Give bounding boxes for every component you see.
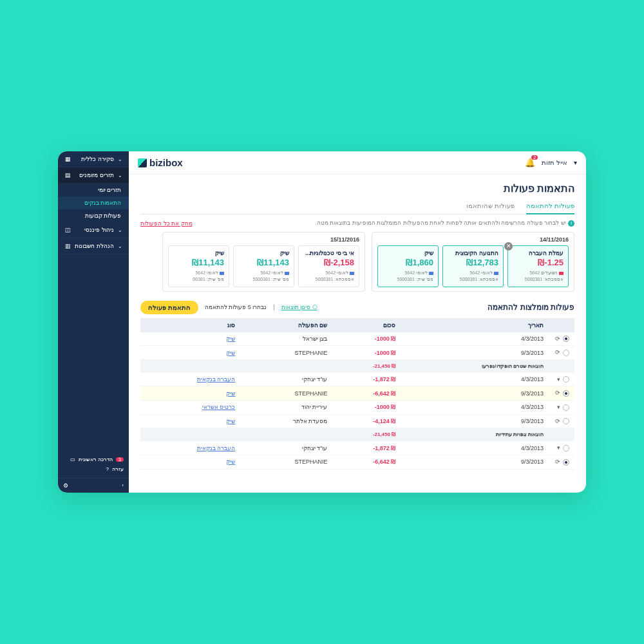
th-amount: סכום — [333, 318, 401, 332]
tab[interactable]: פעולות שהותאמו — [466, 198, 515, 214]
transaction-card[interactable]: שיק₪11,143לאומי 5642מס' שיק: 00381 — [168, 245, 229, 287]
card-title: אי בי סי טכנולוגיות... — [303, 250, 354, 256]
card-amount: ₪-1.25 — [513, 258, 564, 267]
chevron-down-icon: ⌄ — [118, 156, 122, 162]
type-link[interactable]: שיק — [226, 390, 235, 397]
sidebar-item[interactable]: ⌄סקירה כללית▦ — [58, 151, 129, 167]
row-checkbox[interactable] — [563, 376, 569, 383]
type-link[interactable]: שיק — [226, 336, 235, 342]
card-meta: לאומי 5642מס' שיק: 00381 — [173, 270, 224, 283]
row-type-icon: ▾ — [557, 444, 560, 451]
table-row: ▾4/3/2013-1,872 ₪עו"ד יצחקיהעברה בנקאית — [140, 372, 574, 386]
sidebar-item[interactable]: ⌄הנהלת חשבונות▥ — [58, 238, 129, 254]
row-checkbox[interactable] — [563, 350, 569, 356]
sidebar-item[interactable]: ⌄תזרים מזומנים▤ — [58, 167, 129, 184]
card-meta: לאומי 5642אסמכתא: 5000381 — [303, 270, 354, 283]
group-date: 15/11/2016 — [168, 236, 359, 243]
row-type-icon: ⟳ — [555, 459, 560, 465]
bank-dot-icon — [285, 272, 289, 275]
transaction-card[interactable]: שיק₪11,143לאומי 5642מס' שיק: 5000381 — [233, 245, 294, 287]
type-link[interactable]: שיק — [226, 459, 235, 465]
date-group: 14/11/2016✕עמלת העברה₪-1.25הפועלים 5642א… — [372, 232, 574, 292]
main-panel: ▾ אייל חזות 🔔2 bizibox התאמות פעולות פעו… — [129, 151, 586, 493]
table-row: הוצאות צפויות עתידיות-21,450 ₪ — [140, 428, 574, 441]
th-date: תאריך — [401, 318, 549, 332]
type-link[interactable]: שיק — [226, 418, 235, 424]
card-title: שיק — [383, 250, 433, 256]
group-date: 14/11/2016 — [377, 236, 569, 243]
cards-row: 14/11/2016✕עמלת העברה₪-1.25הפועלים 5642א… — [140, 232, 574, 292]
nav-icon: ▤ — [64, 172, 71, 178]
row-type-icon: ▾ — [557, 404, 560, 410]
delete-all-link[interactable]: מחק את כל הפעולות — [140, 220, 193, 227]
app-window: ▾ אייל חזות 🔔2 bizibox התאמות פעולות פעו… — [58, 151, 586, 493]
type-link[interactable]: כרטיס אשראי — [202, 404, 236, 410]
help-link[interactable]: עזרה? — [63, 464, 124, 474]
bank-dot-icon — [350, 272, 354, 275]
topbar: ▾ אייל חזות 🔔2 bizibox — [129, 151, 586, 175]
filter-link[interactable]: ⎔ סינון תוצאות — [281, 304, 317, 310]
table-row: ⟳9/3/2013-4,124 ₪מסעדת אלתרשיק — [140, 414, 574, 428]
logo-mark-icon — [138, 158, 147, 167]
guide-link[interactable]: 3הדרכה ראשונית▭ — [63, 455, 124, 464]
row-checkbox[interactable] — [563, 445, 569, 451]
bell-icon[interactable]: 🔔2 — [525, 158, 535, 167]
table-row: ⟳4/3/2013-1000 ₪בצן ישראלשיק — [140, 332, 574, 346]
table-row: ⟳9/3/2013-1000 ₪STEPHANIEשיק — [140, 346, 574, 360]
chevron-left-icon[interactable]: › — [122, 482, 124, 489]
sidebar: ⌄סקירה כללית▦⌄תזרים מזומנים▤תזרים יומיהת… — [58, 151, 129, 493]
date-group: 15/11/2016אי בי סי טכנולוגיות...₪-2,158ל… — [162, 232, 365, 292]
book-icon: ▭ — [70, 457, 75, 462]
row-checkbox[interactable] — [563, 418, 569, 424]
card-title: עמלת העברה — [513, 250, 564, 256]
card-amount: ₪11,143 — [238, 258, 289, 267]
chevron-down-icon: ⌄ — [118, 227, 122, 233]
sidebar-subitem[interactable]: התאמות בנקים — [58, 196, 129, 209]
row-checkbox[interactable] — [563, 390, 569, 397]
tabs: פעולות להתאמהפעולות שהותאמו — [140, 198, 574, 214]
type-link[interactable]: העברה בנקאית — [197, 445, 236, 451]
nav-icon: ▥ — [64, 243, 71, 249]
card-title: שיק — [173, 250, 224, 256]
transaction-card[interactable]: התנועה הקיבוצית₪12,783לאומי 5642אסמכתא: … — [442, 245, 504, 287]
sidebar-subitem[interactable]: פעולות קבועות — [58, 209, 129, 222]
card-meta: לאומי 5642אסמכתא: 5000381 — [448, 270, 498, 283]
row-type-icon: ⟳ — [555, 390, 560, 396]
tab[interactable]: פעולות להתאמה — [526, 198, 574, 214]
table-row: ⟳9/3/2013-6,642 ₪STEPHANIEשיק — [140, 386, 574, 401]
gear-icon[interactable]: ⚙ — [63, 482, 68, 489]
transaction-card[interactable]: ✕עמלת העברה₪-1.25הפועלים 5642אסמכתא: 500… — [507, 245, 569, 287]
notif-badge: 2 — [531, 155, 538, 160]
caret-down-icon: ▾ — [574, 159, 577, 166]
nav-icon: ▦ — [64, 156, 71, 162]
match-button[interactable]: התאמת פעולה — [140, 301, 198, 314]
brand-logo[interactable]: bizibox — [138, 157, 183, 168]
user-area[interactable]: ▾ אייל חזות 🔔2 — [525, 158, 577, 167]
page-title: התאמות פעולות — [504, 182, 574, 194]
th-type: סוג — [140, 318, 240, 332]
card-title: שיק — [238, 250, 289, 256]
type-link[interactable]: העברה בנקאית — [197, 376, 236, 383]
content-area: התאמות פעולות פעולות להתאמהפעולות שהותאמ… — [129, 175, 586, 493]
close-icon[interactable]: ✕ — [504, 242, 513, 251]
sidebar-item[interactable]: ⌄ניהול פיננסי◫ — [58, 222, 129, 238]
row-checkbox[interactable] — [563, 459, 569, 466]
type-link[interactable]: שיק — [226, 350, 235, 356]
rec-title: פעולות מומלצות להתאמה — [488, 303, 574, 312]
row-type-icon: ⟳ — [555, 418, 560, 424]
card-meta: לאומי 5642מס' שיק: 5000381 — [383, 270, 433, 283]
sidebar-subitem[interactable]: תזרים יומי — [58, 184, 129, 196]
chevron-down-icon: ⌄ — [118, 173, 122, 178]
transaction-card[interactable]: שיק₪1,860לאומי 5642מס' שיק: 5000381 — [377, 245, 439, 287]
table-row: ▾4/3/2013-1000 ₪עיריית יהודכרטיס אשראי — [140, 401, 574, 415]
bank-dot-icon — [494, 272, 498, 275]
card-meta: הפועלים 5642אסמכתא: 5000381 — [513, 270, 564, 283]
table-row: הוצאות שטרם הופקדו/נפרעו-21,450 ₪ — [140, 359, 574, 372]
row-checkbox[interactable] — [563, 404, 569, 411]
card-amount: ₪12,783 — [448, 258, 498, 267]
question-icon: ? — [106, 466, 109, 472]
transaction-card[interactable]: אי בי סי טכנולוגיות...₪-2,158לאומי 5642א… — [298, 245, 359, 287]
row-checkbox[interactable] — [563, 336, 569, 342]
card-meta: לאומי 5642מס' שיק: 5000381 — [238, 270, 289, 283]
row-type-icon: ⟳ — [555, 349, 560, 355]
